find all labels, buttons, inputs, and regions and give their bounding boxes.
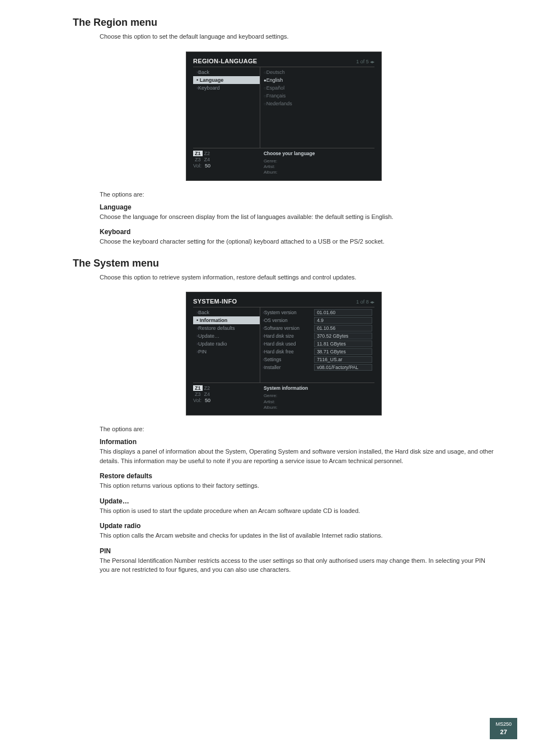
region-screen-hint: Choose your language bbox=[264, 151, 374, 156]
zone-chip[interactable]: Z2 bbox=[203, 385, 212, 391]
language-option[interactable]: Français bbox=[260, 92, 374, 100]
system-screen-counter: 1 of 8 bbox=[356, 299, 374, 305]
option-block: Restore defaultsThis option returns vari… bbox=[100, 472, 495, 491]
info-row: OS version4.9 bbox=[260, 316, 374, 324]
nav-item[interactable]: Back bbox=[193, 68, 260, 76]
info-label: OS version bbox=[263, 318, 312, 323]
now-playing-meta: Genre: bbox=[264, 158, 374, 164]
option-title: PIN bbox=[100, 547, 495, 555]
info-value: 38.71 GBytes bbox=[314, 348, 372, 355]
page-badge-model: MS250 bbox=[495, 721, 512, 728]
info-label: System version bbox=[263, 310, 312, 315]
option-title: Update radio bbox=[100, 522, 495, 530]
now-playing-meta: Album: bbox=[264, 170, 374, 175]
info-value: 4.9 bbox=[314, 317, 372, 324]
system-intro: Choose this option to retrieve system in… bbox=[100, 273, 495, 282]
nav-item[interactable]: Restore defaults bbox=[193, 324, 260, 332]
info-row: Hard disk free38.71 GBytes bbox=[260, 348, 374, 356]
option-desc: Choose the keyboard character setting fo… bbox=[100, 237, 495, 246]
option-desc: This option is used to start the update … bbox=[100, 506, 495, 516]
nav-item[interactable]: Update radio bbox=[193, 340, 260, 348]
option-desc: This option calls the Arcam website and … bbox=[100, 531, 495, 540]
option-desc: Choose the language for onscreen display… bbox=[100, 212, 495, 222]
option-title: Information bbox=[100, 438, 495, 446]
nav-item[interactable]: Update… bbox=[193, 332, 260, 340]
info-row: Hard disk used11.81 GBytes bbox=[260, 340, 374, 348]
option-desc: The Personal Identification Number restr… bbox=[100, 556, 495, 575]
page-badge-number: 27 bbox=[495, 728, 512, 736]
zone-chip[interactable]: Z4 bbox=[203, 391, 212, 397]
region-options-intro: The options are: bbox=[100, 191, 495, 198]
option-block: InformationThis displays a panel of info… bbox=[100, 438, 495, 465]
now-playing-meta: Artist: bbox=[264, 164, 374, 170]
system-options-intro: The options are: bbox=[100, 426, 495, 432]
region-nav-list: BackLanguageKeyboard bbox=[193, 67, 260, 148]
language-option[interactable]: Deutsch bbox=[260, 68, 374, 76]
info-value: v08.01/Factory/PAL bbox=[314, 364, 372, 371]
region-screen-counter: 1 of 5 bbox=[356, 59, 374, 64]
zone-chip[interactable]: Z2 bbox=[203, 151, 212, 156]
option-title: Update… bbox=[100, 497, 495, 505]
zone-chip[interactable]: Z4 bbox=[203, 157, 212, 162]
language-option[interactable]: English bbox=[260, 76, 374, 84]
option-block: Update…This option is used to start the … bbox=[100, 497, 495, 516]
option-title: Language bbox=[100, 203, 495, 211]
now-playing-meta: Genre: bbox=[264, 393, 374, 399]
info-value: 7116_US.ar bbox=[314, 356, 372, 363]
region-intro: Choose this option to set the default la… bbox=[100, 32, 495, 41]
info-row: System version01.01.60 bbox=[260, 309, 374, 316]
option-title: Restore defaults bbox=[100, 472, 495, 480]
language-option[interactable]: Español bbox=[260, 84, 374, 92]
volume-display: Vol:50 bbox=[193, 163, 260, 169]
info-value: 01.01.60 bbox=[314, 309, 372, 316]
zone-chip[interactable]: Z3 bbox=[193, 157, 203, 162]
info-value: 11.81 GBytes bbox=[314, 340, 372, 347]
option-block: LanguageChoose the language for onscreen… bbox=[100, 203, 495, 222]
system-info-table: System version01.01.60OS version4.9Softw… bbox=[260, 307, 374, 382]
zone-panel: Z1Z2Z3Z4Vol:50 bbox=[193, 385, 260, 410]
zone-panel: Z1Z2Z3Z4Vol:50 bbox=[193, 151, 260, 176]
option-block: PINThe Personal Identification Number re… bbox=[100, 547, 495, 575]
zone-chip[interactable]: Z1 bbox=[193, 385, 203, 391]
language-option[interactable]: Nederlands bbox=[260, 100, 374, 108]
info-row: Hard disk size370.52 GBytes bbox=[260, 332, 374, 340]
volume-display: Vol:50 bbox=[193, 398, 260, 403]
system-screenshot: SYSTEM-INFO 1 of 8 BackInformationRestor… bbox=[73, 292, 495, 416]
info-label: Hard disk size bbox=[263, 333, 312, 339]
now-playing-meta: Album: bbox=[264, 405, 374, 410]
region-lang-list: DeutschEnglishEspañolFrançaisNederlands bbox=[260, 67, 374, 148]
info-label: Installer bbox=[263, 365, 312, 370]
system-screen-hint: System information bbox=[264, 385, 374, 391]
nav-item[interactable]: Language bbox=[193, 76, 260, 84]
system-nav-list: BackInformationRestore defaultsUpdate…Up… bbox=[193, 307, 260, 382]
zone-chip[interactable]: Z3 bbox=[193, 391, 203, 397]
system-heading: The System menu bbox=[73, 258, 495, 269]
option-block: Update radioThis option calls the Arcam … bbox=[100, 522, 495, 540]
info-row: Installerv08.01/Factory/PAL bbox=[260, 363, 374, 371]
option-desc: This displays a panel of information abo… bbox=[100, 447, 495, 465]
option-title: Keyboard bbox=[100, 228, 495, 236]
system-screen-title: SYSTEM-INFO bbox=[193, 298, 237, 305]
option-desc: This option returns various options to t… bbox=[100, 481, 495, 491]
option-block: KeyboardChoose the keyboard character se… bbox=[100, 228, 495, 246]
info-label: Software version bbox=[263, 325, 312, 331]
zone-chip[interactable]: Z1 bbox=[193, 151, 203, 156]
page-badge: MS250 27 bbox=[490, 718, 517, 739]
region-screen-title: REGION-LANGUAGE bbox=[193, 58, 257, 64]
info-label: Hard disk free bbox=[263, 349, 312, 354]
nav-item[interactable]: Keyboard bbox=[193, 84, 260, 92]
nav-item[interactable]: Back bbox=[193, 309, 260, 316]
nav-item[interactable]: PIN bbox=[193, 348, 260, 356]
now-playing-meta: Artist: bbox=[264, 399, 374, 405]
info-row: Software version01.10.56 bbox=[260, 324, 374, 332]
info-label: Hard disk used bbox=[263, 341, 312, 347]
info-row: Settings7116_US.ar bbox=[260, 356, 374, 363]
region-heading: The Region menu bbox=[73, 17, 495, 29]
nav-item[interactable]: Information bbox=[193, 316, 260, 324]
info-value: 01.10.56 bbox=[314, 325, 372, 332]
info-value: 370.52 GBytes bbox=[314, 333, 372, 339]
region-screenshot: REGION-LANGUAGE 1 of 5 BackLanguageKeybo… bbox=[73, 52, 495, 181]
info-label: Settings bbox=[263, 357, 312, 362]
